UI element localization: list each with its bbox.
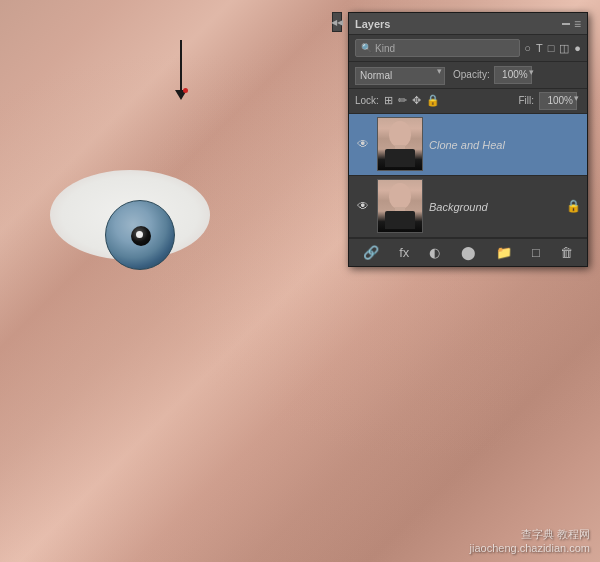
filter-pixel-icon[interactable]: ○ — [524, 42, 531, 54]
thumb-body — [385, 149, 415, 167]
eye-icon-clone: 👁 — [357, 137, 369, 151]
fill-label: Fill: — [518, 95, 534, 106]
new-adjustment-button[interactable]: ◐ — [426, 243, 443, 262]
search-icon: 🔍 — [361, 43, 372, 53]
blend-mode-row: Normal Opacity: 100% — [349, 62, 587, 89]
panel-bottom-toolbar: 🔗 fx ◐ ⬤ 📁 □ 🗑 — [349, 238, 587, 266]
fill-value[interactable]: 100% — [539, 92, 577, 110]
filter-text-icon[interactable]: T — [536, 42, 543, 54]
panel-header: Layers ≡ — [349, 13, 587, 35]
panel-menu-icon[interactable]: ≡ — [574, 17, 581, 31]
add-mask-button[interactable]: ⬤ — [458, 243, 479, 262]
eye-icon-background: 👁 — [357, 199, 369, 213]
thumb-body-bg — [385, 211, 415, 229]
blend-mode-wrapper: Normal — [355, 65, 445, 85]
blend-mode-select[interactable]: Normal — [355, 67, 445, 85]
pupil — [131, 226, 151, 246]
layer-visibility-clone[interactable]: 👁 — [355, 136, 371, 152]
lock-pixels-icon[interactable]: ⊞ — [384, 94, 393, 107]
watermark: 查字典 教程网 jiaocheng.chazidian.com — [470, 527, 590, 554]
layer-visibility-background[interactable]: 👁 — [355, 198, 371, 214]
panel-search-row: 🔍 Kind ○ T □ ◫ ● — [349, 35, 587, 62]
collapse-tab-top[interactable]: ◀◀ — [332, 12, 342, 32]
lock-all-icon[interactable]: 🔒 — [426, 94, 440, 107]
arrow-line — [180, 40, 182, 90]
opacity-value[interactable]: 100% — [494, 66, 532, 84]
new-group-button[interactable]: 📁 — [493, 243, 515, 262]
panel-header-icons: ≡ — [562, 17, 581, 31]
layer-thumb-face — [378, 118, 422, 170]
lock-label: Lock: — [355, 95, 379, 106]
panel-collapse-button[interactable] — [562, 23, 570, 25]
search-kind-label: Kind — [375, 43, 395, 54]
layer-item-clone-and-heal[interactable]: 👁 Clone and Heal — [349, 114, 587, 176]
layer-item-background[interactable]: 👁 Background 🔒 — [349, 176, 587, 238]
layer-thumbnail-background — [377, 179, 423, 233]
fill-wrapper: 100% — [539, 92, 581, 110]
filter-shape-icon[interactable]: □ — [548, 42, 555, 54]
opacity-wrapper: 100% — [494, 66, 536, 84]
delete-layer-button[interactable]: 🗑 — [557, 243, 576, 262]
layer-name-background: Background — [429, 201, 488, 213]
fx-button[interactable]: fx — [396, 243, 412, 262]
iris — [105, 200, 175, 270]
lock-row: Lock: ⊞ ✏ ✥ 🔒 Fill: 100% — [349, 89, 587, 114]
blemish-mark — [183, 88, 188, 93]
layer-thumb-face-bg — [378, 180, 422, 232]
layer-name-clone: Clone and Heal — [429, 139, 505, 151]
eye-white — [50, 170, 210, 260]
watermark-line1: 查字典 教程网 — [470, 527, 590, 542]
layer-info-clone: Clone and Heal — [429, 135, 581, 153]
panel-title: Layers — [355, 18, 390, 30]
panel-collapse-area: ◀◀ — [332, 12, 342, 32]
layers-panel: Layers ≡ 🔍 Kind ○ T □ ◫ ● Normal Opacity… — [348, 12, 588, 267]
layer-info-background: Background — [429, 197, 560, 215]
filter-smart-icon[interactable]: ◫ — [559, 42, 569, 55]
lock-paint-icon[interactable]: ✏ — [398, 94, 407, 107]
layers-area: 👁 Clone and Heal 👁 — [349, 114, 587, 238]
filter-icons-row: ○ T □ ◫ ● — [524, 42, 581, 55]
background-lock-icon: 🔒 — [566, 199, 581, 213]
layer-thumbnail-clone — [377, 117, 423, 171]
filter-toggle-icon[interactable]: ● — [574, 42, 581, 54]
pupil-highlight — [136, 231, 143, 238]
watermark-line2: jiaocheng.chazidian.com — [470, 542, 590, 554]
collapse-arrow-icon: ◀◀ — [331, 18, 343, 27]
lock-move-icon[interactable]: ✥ — [412, 94, 421, 107]
link-layers-button[interactable]: 🔗 — [360, 243, 382, 262]
thumb-head-bg — [389, 183, 411, 209]
new-layer-button[interactable]: □ — [529, 243, 543, 262]
eye-region — [30, 150, 250, 350]
search-box[interactable]: 🔍 Kind — [355, 39, 520, 57]
opacity-label: Opacity: — [453, 69, 490, 80]
thumb-head — [389, 121, 411, 147]
